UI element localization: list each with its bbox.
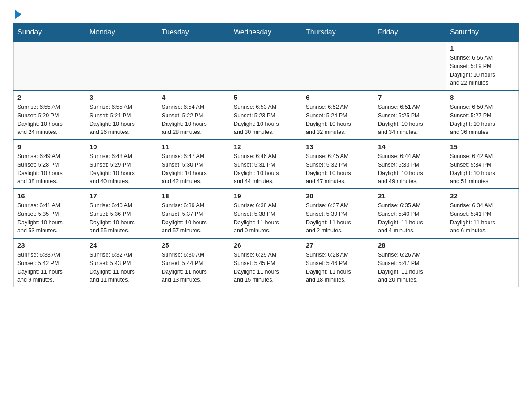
day-number: 9 [17, 143, 82, 150]
calendar-cell: 3Sunrise: 6:55 AMSunset: 5:21 PMDaylight… [86, 90, 158, 140]
weekday-header-tuesday: Tuesday [158, 24, 230, 42]
calendar-cell: 21Sunrise: 6:35 AMSunset: 5:40 PMDayligh… [374, 189, 446, 238]
calendar-cell: 12Sunrise: 6:46 AMSunset: 5:31 PMDayligh… [230, 140, 302, 189]
calendar-cell: 14Sunrise: 6:44 AMSunset: 5:33 PMDayligh… [374, 140, 446, 189]
day-number: 7 [378, 94, 442, 101]
day-info: Sunrise: 6:34 AMSunset: 5:41 PMDaylight:… [450, 201, 515, 235]
day-number: 14 [378, 143, 442, 150]
calendar-cell: 24Sunrise: 6:32 AMSunset: 5:43 PMDayligh… [86, 238, 158, 287]
day-info: Sunrise: 6:55 AMSunset: 5:21 PMDaylight:… [90, 103, 154, 137]
day-number: 13 [306, 143, 370, 150]
calendar-cell: 25Sunrise: 6:30 AMSunset: 5:44 PMDayligh… [158, 238, 230, 287]
weekday-header-thursday: Thursday [302, 24, 374, 42]
calendar-header-row: SundayMondayTuesdayWednesdayThursdayFrid… [14, 24, 519, 42]
day-number: 5 [234, 94, 298, 101]
calendar-cell: 28Sunrise: 6:26 AMSunset: 5:47 PMDayligh… [374, 238, 446, 287]
calendar-week-row: 9Sunrise: 6:49 AMSunset: 5:28 PMDaylight… [14, 140, 519, 189]
calendar-week-row: 2Sunrise: 6:55 AMSunset: 5:20 PMDaylight… [14, 90, 519, 140]
day-info: Sunrise: 6:49 AMSunset: 5:28 PMDaylight:… [17, 152, 82, 186]
weekday-header-friday: Friday [374, 24, 446, 42]
day-number: 21 [378, 192, 442, 200]
calendar-cell: 10Sunrise: 6:48 AMSunset: 5:29 PMDayligh… [86, 140, 158, 189]
day-number: 28 [378, 241, 442, 249]
day-info: Sunrise: 6:39 AMSunset: 5:37 PMDaylight:… [162, 201, 226, 235]
day-number: 26 [234, 241, 298, 249]
day-info: Sunrise: 6:42 AMSunset: 5:34 PMDaylight:… [450, 152, 515, 186]
day-info: Sunrise: 6:44 AMSunset: 5:33 PMDaylight:… [378, 152, 442, 186]
day-number: 20 [306, 192, 370, 200]
day-number: 10 [90, 143, 154, 150]
weekday-header-saturday: Saturday [446, 24, 519, 42]
day-number: 16 [17, 192, 82, 200]
calendar-cell: 8Sunrise: 6:50 AMSunset: 5:27 PMDaylight… [446, 90, 519, 140]
day-info: Sunrise: 6:35 AMSunset: 5:40 PMDaylight:… [378, 201, 442, 235]
calendar-cell: 13Sunrise: 6:45 AMSunset: 5:32 PMDayligh… [302, 140, 374, 189]
calendar-cell: 6Sunrise: 6:52 AMSunset: 5:24 PMDaylight… [302, 90, 374, 140]
day-info: Sunrise: 6:26 AMSunset: 5:47 PMDaylight:… [378, 251, 442, 284]
day-info: Sunrise: 6:48 AMSunset: 5:29 PMDaylight:… [90, 152, 154, 186]
day-number: 19 [234, 192, 298, 200]
calendar-cell [230, 41, 302, 90]
day-info: Sunrise: 6:55 AMSunset: 5:20 PMDaylight:… [17, 103, 82, 137]
weekday-header-sunday: Sunday [14, 24, 86, 42]
day-info: Sunrise: 6:46 AMSunset: 5:31 PMDaylight:… [234, 152, 298, 186]
day-number: 1 [450, 44, 515, 52]
day-number: 15 [450, 143, 515, 150]
day-info: Sunrise: 6:37 AMSunset: 5:39 PMDaylight:… [306, 201, 370, 235]
day-number: 6 [306, 94, 370, 101]
calendar-cell [158, 41, 230, 90]
day-info: Sunrise: 6:47 AMSunset: 5:30 PMDaylight:… [162, 152, 226, 186]
day-info: Sunrise: 6:41 AMSunset: 5:35 PMDaylight:… [17, 201, 82, 235]
calendar-week-row: 1Sunrise: 6:56 AMSunset: 5:19 PMDaylight… [14, 41, 519, 90]
page-header [13, 9, 519, 19]
day-info: Sunrise: 6:30 AMSunset: 5:44 PMDaylight:… [162, 251, 226, 284]
calendar-cell: 4Sunrise: 6:54 AMSunset: 5:22 PMDaylight… [158, 90, 230, 140]
calendar-table: SundayMondayTuesdayWednesdayThursdayFrid… [13, 23, 519, 287]
calendar-cell: 19Sunrise: 6:38 AMSunset: 5:38 PMDayligh… [230, 189, 302, 238]
day-number: 24 [90, 241, 154, 249]
day-info: Sunrise: 6:56 AMSunset: 5:19 PMDaylight:… [450, 54, 515, 87]
day-number: 27 [306, 241, 370, 249]
calendar-cell [302, 41, 374, 90]
calendar-cell: 1Sunrise: 6:56 AMSunset: 5:19 PMDaylight… [446, 41, 519, 90]
logo [13, 9, 21, 19]
calendar-cell: 23Sunrise: 6:33 AMSunset: 5:42 PMDayligh… [14, 238, 86, 287]
day-info: Sunrise: 6:29 AMSunset: 5:45 PMDaylight:… [234, 251, 298, 284]
calendar-cell: 22Sunrise: 6:34 AMSunset: 5:41 PMDayligh… [446, 189, 519, 238]
day-number: 8 [450, 94, 515, 101]
weekday-header-monday: Monday [86, 24, 158, 42]
calendar-cell: 7Sunrise: 6:51 AMSunset: 5:25 PMDaylight… [374, 90, 446, 140]
day-number: 4 [162, 94, 226, 101]
day-info: Sunrise: 6:50 AMSunset: 5:27 PMDaylight:… [450, 103, 515, 137]
calendar-cell: 2Sunrise: 6:55 AMSunset: 5:20 PMDaylight… [14, 90, 86, 140]
calendar-cell: 17Sunrise: 6:40 AMSunset: 5:36 PMDayligh… [86, 189, 158, 238]
day-info: Sunrise: 6:45 AMSunset: 5:32 PMDaylight:… [306, 152, 370, 186]
day-info: Sunrise: 6:38 AMSunset: 5:38 PMDaylight:… [234, 201, 298, 235]
calendar-week-row: 23Sunrise: 6:33 AMSunset: 5:42 PMDayligh… [14, 238, 519, 287]
calendar-cell: 18Sunrise: 6:39 AMSunset: 5:37 PMDayligh… [158, 189, 230, 238]
day-number: 17 [90, 192, 154, 200]
day-info: Sunrise: 6:40 AMSunset: 5:36 PMDaylight:… [90, 201, 154, 235]
logo-arrow-icon [15, 10, 21, 19]
day-info: Sunrise: 6:53 AMSunset: 5:23 PMDaylight:… [234, 103, 298, 137]
calendar-cell: 5Sunrise: 6:53 AMSunset: 5:23 PMDaylight… [230, 90, 302, 140]
day-number: 11 [162, 143, 226, 150]
day-info: Sunrise: 6:32 AMSunset: 5:43 PMDaylight:… [90, 251, 154, 284]
day-number: 25 [162, 241, 226, 249]
day-number: 3 [90, 94, 154, 101]
day-info: Sunrise: 6:54 AMSunset: 5:22 PMDaylight:… [162, 103, 226, 137]
calendar-cell: 15Sunrise: 6:42 AMSunset: 5:34 PMDayligh… [446, 140, 519, 189]
calendar-cell [446, 238, 519, 287]
day-number: 12 [234, 143, 298, 150]
day-info: Sunrise: 6:33 AMSunset: 5:42 PMDaylight:… [17, 251, 82, 284]
day-number: 22 [450, 192, 515, 200]
day-info: Sunrise: 6:51 AMSunset: 5:25 PMDaylight:… [378, 103, 442, 137]
day-number: 23 [17, 241, 82, 249]
calendar-cell: 26Sunrise: 6:29 AMSunset: 5:45 PMDayligh… [230, 238, 302, 287]
calendar-cell: 11Sunrise: 6:47 AMSunset: 5:30 PMDayligh… [158, 140, 230, 189]
day-info: Sunrise: 6:28 AMSunset: 5:46 PMDaylight:… [306, 251, 370, 284]
weekday-header-wednesday: Wednesday [230, 24, 302, 42]
day-number: 2 [17, 94, 82, 101]
calendar-cell: 16Sunrise: 6:41 AMSunset: 5:35 PMDayligh… [14, 189, 86, 238]
calendar-cell: 9Sunrise: 6:49 AMSunset: 5:28 PMDaylight… [14, 140, 86, 189]
